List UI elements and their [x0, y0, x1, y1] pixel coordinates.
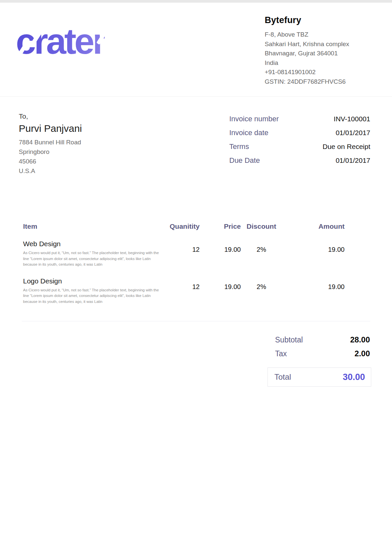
totals-section: Subtotal 28.00 Tax 2.00 Total 30.00 [0, 335, 392, 387]
tax-label: Tax [275, 349, 287, 358]
page-top-edge [0, 0, 392, 3]
invoice-meta-block: Invoice number INV-100001 Invoice date 0… [229, 112, 370, 176]
column-header-item: Item [23, 222, 163, 230]
item-discount: 2% [241, 277, 282, 291]
company-address-line: Sahkari Hart, Krishna complex [265, 40, 349, 49]
invoice-header: crater Bytefury F-8, Above TBZ Sahkari H… [0, 3, 392, 97]
due-date-value: 01/01/2017 [336, 157, 370, 164]
item-discount: 2% [241, 239, 282, 253]
item-description: As Cicero would put it, “Um, not so fast… [23, 250, 162, 268]
item-cell: Logo Design As Cicero would put it, “Um,… [23, 277, 163, 305]
item-quantity: 12 [163, 239, 200, 253]
terms-value: Due on Receipt [322, 143, 370, 151]
billing-section: To, Purvi Panjvani 7884 Bunnel Hill Road… [0, 97, 392, 176]
invoice-number-value: INV-100001 [334, 115, 370, 123]
item-amount: 19.00 [282, 277, 345, 291]
tax-row: Tax 2.00 [268, 349, 371, 358]
subtotal-label: Subtotal [275, 336, 303, 344]
customer-address-line: U.S.A [19, 166, 82, 176]
company-address-line: F-8, Above TBZ [265, 30, 349, 40]
total-label: Total [274, 372, 291, 382]
company-phone: +91-08141901002 [265, 68, 349, 77]
column-header-quantity: Quanitity [163, 222, 200, 230]
crater-logo-wordmark: crater [16, 23, 105, 59]
table-row: Logo Design As Cicero would put it, “Um,… [23, 277, 345, 305]
customer-name: Purvi Panjvani [19, 123, 82, 134]
terms-label: Terms [229, 142, 249, 151]
invoice-date-label: Invoice date [229, 128, 268, 137]
column-header-price: Price [200, 222, 241, 230]
total-value: 30.00 [343, 372, 365, 382]
items-table: Item Quanitity Price Discount Amount Web… [0, 222, 392, 305]
subtotal-value: 28.00 [350, 335, 370, 344]
company-address-line: India [265, 58, 349, 68]
table-row: Web Design As Cicero would put it, “Um, … [23, 239, 345, 268]
tax-value: 2.00 [354, 349, 370, 358]
item-amount: 19.00 [282, 239, 345, 253]
item-cell: Web Design As Cicero would put it, “Um, … [23, 239, 163, 268]
items-table-header: Item Quanitity Price Discount Amount [23, 222, 345, 230]
item-price: 19.00 [200, 239, 241, 253]
totals-divider [22, 321, 370, 321]
customer-address-line: Springboro [19, 147, 82, 157]
due-date-row: Due Date 01/01/2017 [229, 156, 370, 165]
invoice-date-value: 01/01/2017 [336, 129, 370, 137]
bill-to-block: To, Purvi Panjvani 7884 Bunnel Hill Road… [19, 112, 82, 176]
company-gstin: GSTIN: 24DDF7682FHVCS6 [265, 77, 349, 87]
column-header-discount: Discount [241, 222, 282, 230]
company-info: Bytefury F-8, Above TBZ Sahkari Hart, Kr… [265, 13, 349, 86]
item-price: 19.00 [200, 277, 241, 291]
customer-address-line: 7884 Bunnel Hill Road [19, 137, 82, 147]
subtotal-row: Subtotal 28.00 [268, 335, 371, 344]
item-name: Logo Design [23, 277, 163, 286]
terms-row: Terms Due on Receipt [229, 142, 370, 151]
due-date-label: Due Date [229, 156, 260, 165]
customer-address-line: 45066 [19, 157, 82, 166]
invoice-number-row: Invoice number INV-100001 [229, 114, 370, 123]
invoice-date-row: Invoice date 01/01/2017 [229, 128, 370, 137]
item-quantity: 12 [163, 277, 200, 291]
invoice-number-label: Invoice number [229, 114, 279, 123]
company-name: Bytefury [265, 15, 349, 25]
crater-logo: crater [16, 23, 105, 59]
total-box: Total 30.00 [267, 367, 371, 387]
item-name: Web Design [23, 239, 163, 248]
bill-to-intro: To, [19, 112, 82, 120]
column-header-amount: Amount [282, 222, 345, 230]
item-description: As Cicero would put it, “Um, not so fast… [23, 287, 162, 305]
company-address-line: Bhavnagar, Gujrat 364001 [265, 49, 349, 58]
